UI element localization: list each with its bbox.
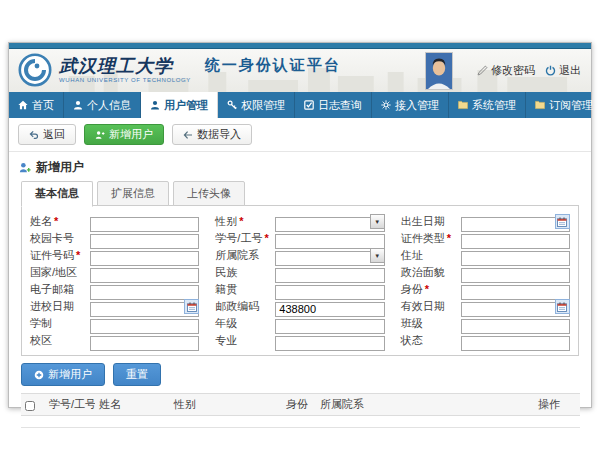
birth-date-input[interactable] [461, 217, 570, 232]
import-arrow-icon [183, 130, 193, 140]
nav-item-label: 首页 [32, 98, 54, 113]
field-label: 证件类型 [401, 232, 445, 244]
nav-item-access-management[interactable]: 接入管理 [372, 92, 449, 118]
field-label: 学号/工号 [215, 232, 262, 244]
person-icon [73, 100, 83, 110]
field-label: 姓名 [30, 215, 52, 227]
power-icon [545, 65, 556, 76]
logout-link[interactable]: 退出 [545, 63, 581, 78]
form-field: 邮政编码 [215, 298, 384, 315]
campus-input[interactable] [90, 336, 199, 351]
status-input[interactable] [461, 336, 570, 351]
student-id-input[interactable] [275, 234, 384, 249]
gender-select[interactable] [275, 217, 384, 232]
email-input[interactable] [90, 285, 199, 300]
add-user-section-icon [19, 162, 31, 174]
nav-item-user-management[interactable]: 用户管理 [141, 92, 218, 118]
field-label: 出生日期 [401, 215, 445, 227]
form-field: 校区 [30, 332, 199, 349]
political-status-input[interactable] [461, 268, 570, 283]
form-grid: 姓名* 性别* ▼ 出生日期 校园卡号 学号/工号* 证件类型* [30, 213, 570, 349]
nav-item-label: 日志查询 [318, 98, 362, 113]
tab-basic-info[interactable]: 基本信息 [21, 181, 93, 207]
form-actions: 新增用户 重置 [21, 363, 579, 386]
valid-date-input[interactable] [461, 302, 570, 317]
native-place-input[interactable] [275, 285, 384, 300]
user-table: 学号/工号 姓名 性别 身份 所属院系 操作 [21, 393, 580, 428]
form-field: 电子邮箱 [30, 281, 199, 298]
id-type-input[interactable] [461, 234, 570, 249]
id-number-input[interactable] [90, 251, 199, 266]
submit-add-user-button[interactable]: 新增用户 [21, 363, 105, 386]
field-label: 校区 [30, 334, 52, 346]
select-all-checkbox[interactable] [25, 401, 35, 411]
enroll-date-input[interactable] [90, 302, 199, 317]
form-field: 学制 [30, 315, 199, 332]
nav-item-subscription-management[interactable]: 订阅管理 [526, 92, 600, 118]
column-header-department: 所属院系 [316, 394, 534, 416]
toolbar: 返回 新增用户 数据导入 [9, 118, 591, 152]
nav-item-system-management[interactable]: 系统管理 [449, 92, 526, 118]
data-import-button[interactable]: 数据导入 [172, 124, 252, 145]
campus-card-input[interactable] [90, 234, 199, 249]
nav-item-log-query[interactable]: 日志查询 [295, 92, 372, 118]
form-field: 校园卡号 [30, 230, 199, 247]
form-field: 班级 [401, 315, 570, 332]
gear-icon [381, 100, 391, 110]
form-field: 住址 [401, 247, 570, 264]
country-region-input[interactable] [90, 268, 199, 283]
calendar-icon[interactable] [555, 214, 570, 229]
tab-upload-avatar[interactable]: 上传头像 [173, 181, 245, 206]
field-label: 所属院系 [215, 249, 259, 261]
form-field: 民族 [215, 264, 384, 281]
add-user-toolbar-button[interactable]: 新增用户 [84, 124, 164, 145]
nav-item-home[interactable]: 首页 [9, 92, 64, 118]
user-avatar[interactable] [425, 52, 453, 90]
reset-button[interactable]: 重置 [113, 363, 161, 386]
field-label: 证件号码 [30, 249, 74, 261]
postal-code-input[interactable] [275, 302, 384, 317]
nav-item-label: 接入管理 [395, 98, 439, 113]
grade-input[interactable] [275, 319, 384, 334]
form-field: 姓名* [30, 213, 199, 230]
dropdown-arrow-icon[interactable]: ▼ [370, 248, 385, 263]
required-mark: * [447, 232, 451, 244]
form-field: 年级 [215, 315, 384, 332]
required-mark: * [264, 232, 268, 244]
field-label: 国家/地区 [30, 266, 77, 278]
field-label: 班级 [401, 317, 423, 329]
class-input[interactable] [461, 319, 570, 334]
nav-item-label: 系统管理 [472, 98, 516, 113]
field-label: 年级 [215, 317, 237, 329]
nav-item-label: 个人信息 [87, 98, 131, 113]
major-input[interactable] [275, 336, 384, 351]
dropdown-arrow-icon[interactable]: ▼ [370, 214, 385, 229]
university-name-en: WUHAN UNIVERSITY OF TECHNOLOGY [59, 77, 191, 83]
banner: 武汉理工大学 WUHAN UNIVERSITY OF TECHNOLOGY 统一… [9, 49, 591, 92]
calendar-icon[interactable] [555, 299, 570, 314]
table-empty-row [21, 416, 580, 428]
section-header: 新增用户 [19, 159, 581, 176]
back-button[interactable]: 返回 [18, 124, 76, 145]
form-field: 性别* ▼ [215, 213, 384, 230]
ethnicity-input[interactable] [275, 268, 384, 283]
key-icon [227, 100, 237, 110]
department-select[interactable] [275, 251, 384, 266]
tab-extended-info[interactable]: 扩展信息 [97, 181, 169, 206]
change-password-link[interactable]: 修改密码 [477, 63, 535, 78]
folder-icon [458, 100, 468, 110]
nav-item-personal-info[interactable]: 个人信息 [64, 92, 141, 118]
application-window: 武汉理工大学 WUHAN UNIVERSITY OF TECHNOLOGY 统一… [8, 42, 592, 408]
calendar-icon[interactable] [184, 299, 199, 314]
identity-input[interactable] [461, 285, 570, 300]
data-import-label: 数据导入 [197, 128, 241, 141]
form-field: 学号/工号* [215, 230, 384, 247]
field-label: 民族 [215, 266, 237, 278]
field-label: 校园卡号 [30, 232, 74, 244]
nav-item-permission-management[interactable]: 权限管理 [218, 92, 295, 118]
education-system-input[interactable] [90, 319, 199, 334]
submit-add-user-label: 新增用户 [48, 368, 92, 381]
name-input[interactable] [90, 217, 199, 232]
form-field: 所属院系 ▼ [215, 247, 384, 264]
address-input[interactable] [461, 251, 570, 266]
